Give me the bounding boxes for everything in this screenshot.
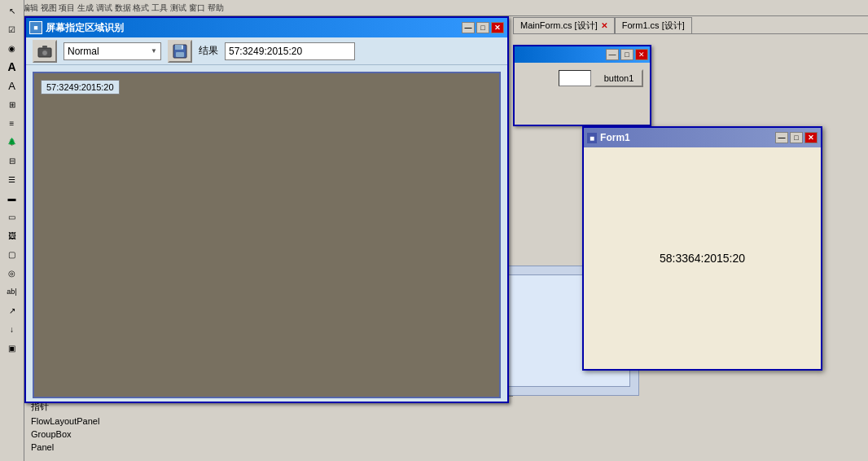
button1[interactable]: button1 bbox=[594, 69, 643, 87]
form1-content: 58:3364:2015:20 bbox=[584, 147, 821, 369]
ide-toolbar: 文件 编辑 视图 项目 生成 调试 数据 格式 工具 测试 窗口 帮助 bbox=[0, 0, 868, 16]
form1-title: Form1 bbox=[600, 132, 630, 143]
tool-cursor[interactable]: ↗ bbox=[2, 301, 22, 319]
component-flowlayout[interactable]: FlowLayoutPanel bbox=[28, 415, 510, 427]
tab-form1-label: Form1.cs [设计] bbox=[622, 20, 685, 32]
form1-titlebar: ■ Form1 — □ ✕ bbox=[584, 128, 821, 147]
small-window-minimize[interactable]: — bbox=[606, 49, 619, 60]
ide-menu: 文件 编辑 视图 项目 生成 调试 数据 格式 工具 测试 窗口 帮助 bbox=[3, 2, 224, 14]
tool-label-ab[interactable]: ab| bbox=[2, 283, 22, 301]
small-window-content: button1 bbox=[515, 63, 650, 94]
svg-rect-2 bbox=[42, 46, 47, 48]
small-window-title-buttons: — □ ✕ bbox=[606, 49, 648, 60]
result-value: 57:3249:2015:20 bbox=[229, 46, 302, 57]
ide-tab-bar: MainForm.cs [设计] ✕ Form1.cs [设计] bbox=[513, 16, 868, 34]
form1-close[interactable]: ✕ bbox=[804, 132, 818, 143]
camera-icon bbox=[37, 45, 53, 58]
main-dialog: ■ 屏幕指定区域识别 — □ ✕ Normal ▼ bbox=[24, 16, 509, 403]
form1-title-buttons: — □ ✕ bbox=[775, 132, 818, 143]
tool-text[interactable]: A bbox=[2, 77, 22, 94]
tool-pointer[interactable]: ↖ bbox=[2, 2, 22, 20]
mode-dropdown[interactable]: Normal ▼ bbox=[64, 42, 161, 60]
left-toolbar: ↖ ☑ ◉ A A ⊞ ≡ 🌲 ⊟ ☰ ▬ ▭ 🖼 ▢ ◎ ab| ↗ ↓ ▣ bbox=[0, 0, 24, 461]
tool-list[interactable]: ≡ bbox=[2, 114, 22, 132]
result-textbox[interactable]: 57:3249:2015:20 bbox=[225, 42, 355, 60]
main-dialog-close[interactable]: ✕ bbox=[491, 22, 504, 33]
result-label: 结果 bbox=[199, 44, 218, 58]
camera-button[interactable] bbox=[33, 40, 57, 63]
tool-menu[interactable]: ☰ bbox=[2, 170, 22, 188]
tab-mainform-close[interactable]: ✕ bbox=[601, 21, 607, 30]
tool-checkbox[interactable]: ☑ bbox=[2, 20, 22, 38]
main-dialog-content: 57:3249:2015:20 bbox=[33, 72, 501, 398]
main-dialog-titlebar: ■ 屏幕指定区域识别 — □ ✕ bbox=[26, 18, 507, 37]
tool-grid[interactable]: ⊞ bbox=[2, 95, 22, 113]
content-info-label: 57:3249:2015:20 bbox=[41, 80, 120, 94]
tool-arrow-down[interactable]: ↓ bbox=[2, 320, 22, 338]
tab-mainform[interactable]: MainForm.cs [设计] ✕ bbox=[513, 17, 615, 33]
tool-tabs[interactable]: ⊟ bbox=[2, 151, 22, 169]
form1-minimize[interactable]: — bbox=[775, 132, 788, 143]
form1-window: ■ Form1 — □ ✕ 58:3364:2015:20 bbox=[582, 126, 822, 371]
tool-picture[interactable]: 🖼 bbox=[2, 226, 22, 244]
small-input-field[interactable] bbox=[559, 70, 591, 86]
small-window-titlebar: — □ ✕ bbox=[515, 46, 650, 63]
svg-point-1 bbox=[42, 50, 48, 55]
tab-mainform-label: MainForm.cs [设计] bbox=[520, 20, 598, 32]
tool-radio[interactable]: ◉ bbox=[2, 39, 22, 57]
save-icon bbox=[173, 44, 187, 59]
main-dialog-toolbar: Normal ▼ 结果 57:3249:2015:20 bbox=[26, 37, 507, 65]
form1-value: 58:3364:2015:20 bbox=[660, 252, 745, 265]
small-window-maximize[interactable]: □ bbox=[620, 49, 633, 60]
dropdown-arrow-icon: ▼ bbox=[151, 47, 157, 55]
form1-icon: ■ bbox=[587, 133, 597, 143]
small-window-close[interactable]: ✕ bbox=[635, 49, 648, 60]
bottom-panel: 指针 FlowLayoutPanel GroupBox Panel bbox=[24, 396, 513, 461]
tool-toolbar[interactable]: ▬ bbox=[2, 189, 22, 207]
main-dialog-maximize[interactable]: □ bbox=[476, 22, 489, 33]
svg-rect-6 bbox=[182, 46, 183, 49]
component-groupbox[interactable]: GroupBox bbox=[28, 428, 510, 440]
main-dialog-title-buttons: — □ ✕ bbox=[462, 22, 504, 33]
main-dialog-minimize[interactable]: — bbox=[462, 22, 475, 33]
mode-dropdown-value: Normal bbox=[68, 46, 99, 57]
main-dialog-icon: ■ bbox=[29, 21, 42, 34]
form1-title-group: ■ Form1 bbox=[587, 132, 630, 143]
svg-rect-5 bbox=[176, 52, 184, 57]
main-dialog-title-group: ■ 屏幕指定区域识别 bbox=[29, 21, 124, 35]
component-panel[interactable]: Panel bbox=[28, 441, 510, 453]
tool-statusbar[interactable]: ▭ bbox=[2, 208, 22, 226]
tool-tree[interactable]: 🌲 bbox=[2, 133, 22, 151]
form1-maximize[interactable]: □ bbox=[790, 132, 803, 143]
tool-panel-icon[interactable]: ▢ bbox=[2, 245, 22, 263]
small-window: — □ ✕ button1 bbox=[513, 45, 651, 126]
tool-text-bold[interactable]: A bbox=[2, 58, 22, 76]
main-dialog-title: 屏幕指定区域识别 bbox=[46, 21, 124, 35]
tool-container[interactable]: ▣ bbox=[2, 339, 22, 357]
tab-form1[interactable]: Form1.cs [设计] bbox=[615, 17, 692, 33]
save-button[interactable] bbox=[168, 40, 192, 63]
tool-circle[interactable]: ◎ bbox=[2, 264, 22, 282]
